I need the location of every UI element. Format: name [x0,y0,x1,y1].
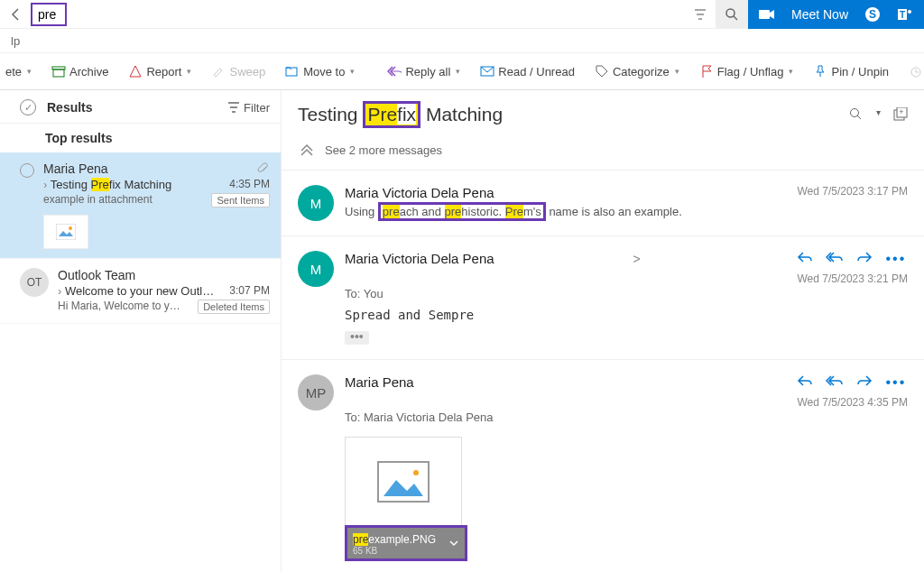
svg-point-6 [908,10,911,14]
subject-heading: Testing Prefix Matching [298,101,503,128]
subheader-text: lp [11,34,20,48]
svg-point-0 [726,9,735,17]
attachment-thumb[interactable] [43,215,88,249]
attachment-bar[interactable]: preexample.PNG 65 KB [345,525,467,561]
svg-text:S: S [869,8,876,21]
filter-button[interactable]: Filter [227,101,270,115]
folder-tag: Deleted Items [198,300,270,314]
timestamp: Wed 7/5/2023 4:35 PM [797,396,908,409]
report-button[interactable]: Report▾ [125,60,195,82]
forward-icon[interactable] [856,251,873,267]
snooze-button[interactable]: Snooze▾ [905,60,924,82]
svg-rect-12 [56,224,76,240]
camera-icon [759,8,775,21]
preview-text: Hi Maria, Welcome to y… [58,300,180,314]
select-all-checkbox[interactable] [20,99,36,115]
svg-point-13 [69,226,72,230]
time-label: 3:07 PM [229,284,270,298]
readunread-button[interactable]: Read / Unread [476,60,578,82]
search-filter-icon[interactable] [685,5,716,24]
to-line: To: You [345,287,908,300]
sender-name: Maria Victoria Dela Pena [345,251,494,266]
chevron-down-icon[interactable] [448,538,459,549]
folder-tag: Sent Items [211,193,270,208]
chevron-down-icon[interactable]: ▾ [876,107,881,122]
more-icon[interactable]: ••• [885,251,906,267]
search-input[interactable] [31,3,67,26]
avatar: M [298,251,334,287]
svg-rect-1 [759,10,770,19]
expand-up-icon[interactable] [298,143,316,157]
svg-rect-8 [53,69,64,77]
svg-text:T: T [900,10,905,20]
time-label: 4:35 PM [229,178,270,191]
results-heading: Results [47,100,227,115]
zoom-icon[interactable] [849,107,864,122]
popout-icon[interactable]: + [893,107,908,122]
sweep-button[interactable]: Sweep [208,60,269,82]
reply-icon[interactable] [797,374,813,391]
replyall-icon[interactable] [826,251,844,267]
attachment-size: 65 KB [353,546,436,556]
reply-icon[interactable] [797,251,813,267]
sender-name: Maria Pena [345,374,414,390]
moveto-button[interactable]: Move to▾ [282,60,358,82]
select-radio[interactable] [20,163,34,178]
toolbar: ete▾ Archive Report▾ Sweep Move to▾ Repl… [0,52,924,90]
see-more-link[interactable]: See 2 more messages [325,143,442,157]
attachment-icon [257,161,270,176]
timestamp: Wed 7/5/2023 3:21 PM [797,272,908,285]
avatar: OT [20,268,49,297]
to-line: To: Maria Victoria Dela Pena [345,411,908,424]
top-results-header: Top results [0,123,281,152]
expand-dots[interactable]: ••• [345,331,369,345]
snippet-text: Using preach and prehistoric. Prem's nam… [345,202,908,221]
replyall-icon[interactable] [826,374,844,391]
sender-name: Maria Pena [43,161,108,176]
archive-button[interactable]: Archive [48,60,112,82]
list-item[interactable]: OT Outlook Team › Welcome to your new Ou… [0,259,281,324]
delete-button[interactable]: ete▾ [2,61,35,82]
meet-now-button[interactable]: Meet Now [791,7,848,22]
more-icon[interactable]: ••• [885,374,906,391]
subject-line: › Welcome to your new Outl… [58,284,214,298]
avatar: M [298,185,334,221]
list-item[interactable]: Maria Pena › Testing Prefix Matching 4:3… [0,152,281,259]
preview-text: example in attachment [43,193,152,208]
svg-text:+: + [899,107,903,116]
subject-line: › Testing Prefix Matching [43,178,171,191]
forward-icon[interactable] [856,374,873,391]
categorize-button[interactable]: Categorize▾ [591,60,683,82]
timestamp: Wed 7/5/2023 3:17 PM [797,185,908,198]
attachment-preview[interactable] [345,437,462,527]
pin-button[interactable]: Pin / Unpin [809,60,892,82]
message-body: Spread and Sempre [345,308,908,322]
back-icon[interactable] [4,4,29,25]
arrow-indicator: > [633,252,641,266]
search-button[interactable] [716,0,748,29]
teams-icon[interactable]: T [897,6,913,23]
avatar: MP [298,374,334,411]
flag-button[interactable]: Flag / Unflag▾ [696,60,798,82]
skype-icon[interactable]: S [864,6,881,23]
sender-name: Outlook Team [58,268,135,282]
sender-name: Maria Victoria Dela Pena [345,185,494,200]
replyall-button[interactable]: Reply all▾ [383,60,464,82]
svg-point-19 [413,470,419,475]
